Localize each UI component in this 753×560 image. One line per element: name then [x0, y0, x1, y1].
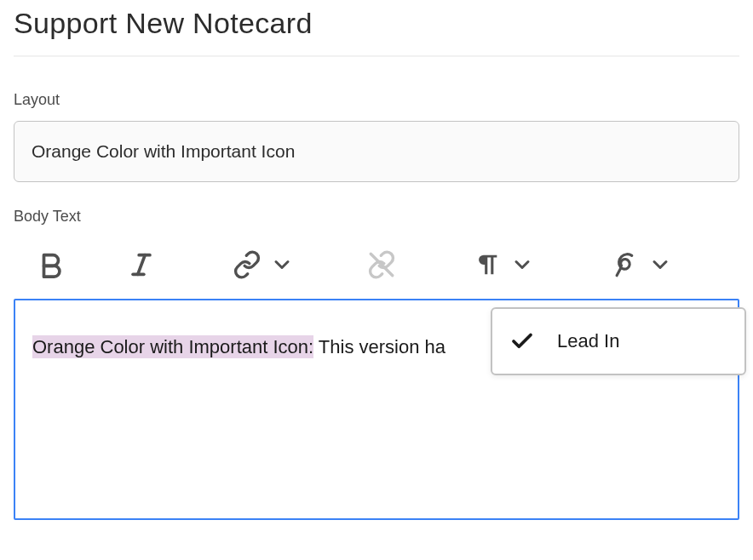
divider	[14, 55, 739, 57]
page-title: Support New Notecard	[14, 7, 739, 40]
styles-menu-item-label: Lead In	[557, 330, 619, 352]
body-text-editor[interactable]: Orange Color with Important Icon: This v…	[14, 299, 739, 520]
rte-toolbar	[14, 237, 739, 299]
styles-group	[605, 244, 675, 285]
bold-button[interactable]	[31, 244, 72, 285]
pilcrow-icon	[473, 250, 502, 279]
bold-icon	[37, 250, 66, 279]
unlink-icon	[367, 250, 396, 279]
svg-line-2	[138, 255, 146, 275]
body-text-left: This version ha	[313, 336, 445, 357]
styles-icon	[611, 250, 640, 279]
link-group	[227, 244, 296, 285]
styles-button[interactable]	[605, 244, 646, 285]
chevron-down-icon	[270, 253, 294, 277]
paragraph-dropdown-button[interactable]	[508, 244, 537, 285]
link-button[interactable]	[227, 244, 267, 285]
body-text-label: Body Text	[14, 208, 739, 226]
layout-label: Layout	[14, 91, 739, 109]
layout-select[interactable]: Orange Color with Important Icon	[14, 121, 739, 182]
paragraph-group	[467, 244, 537, 285]
italic-button[interactable]	[121, 244, 162, 285]
paragraph-format-button[interactable]	[467, 244, 508, 285]
lead-in-text: Orange Color with Important Icon:	[32, 335, 313, 358]
check-icon	[509, 329, 543, 354]
layout-select-value: Orange Color with Important Icon	[32, 141, 295, 162]
chevron-down-icon	[510, 253, 534, 277]
styles-dropdown-button[interactable]	[646, 244, 675, 285]
styles-dropdown-menu: Lead In	[491, 307, 746, 375]
link-dropdown-button[interactable]	[267, 244, 296, 285]
italic-icon	[127, 250, 156, 279]
link-icon	[233, 250, 262, 279]
styles-menu-item-lead-in[interactable]: Lead In	[492, 316, 744, 367]
chevron-down-icon	[648, 253, 672, 277]
unlink-button[interactable]	[361, 244, 402, 285]
